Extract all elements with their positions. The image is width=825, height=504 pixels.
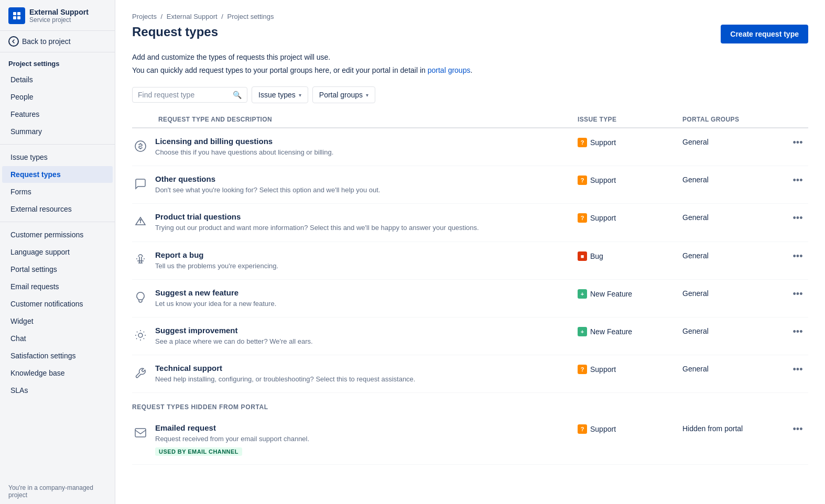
request-item-product-trial: Product trial questions Trying out our p… bbox=[132, 204, 808, 242]
page-description-2-prefix: You can quickly add request types to you… bbox=[132, 66, 428, 74]
emailed-request-desc: Request received from your email support… bbox=[155, 434, 309, 444]
request-type-col-other: Other questions Don't see what you're lo… bbox=[132, 174, 578, 195]
product-trial-desc: Trying out our product and want more inf… bbox=[155, 223, 479, 233]
breadcrumb-projects[interactable]: Projects bbox=[132, 13, 157, 20]
sidebar-item-summary[interactable]: Summary bbox=[2, 123, 113, 140]
svg-point-6 bbox=[138, 333, 143, 337]
used-by-badge: USED BY EMAIL CHANNEL bbox=[155, 447, 242, 456]
request-type-col-suggest-improvement: Suggest improvement See a place where we… bbox=[132, 326, 578, 346]
svg-point-5 bbox=[140, 220, 141, 221]
sidebar-item-people[interactable]: People bbox=[2, 89, 113, 105]
licensing-name: Licensing and billing questions bbox=[155, 137, 333, 146]
sidebar-item-forms[interactable]: Forms bbox=[2, 183, 113, 200]
issue-types-chevron-icon: ▾ bbox=[299, 92, 301, 98]
sidebar-item-customer-permissions[interactable]: Customer permissions bbox=[2, 226, 113, 243]
product-trial-name: Product trial questions bbox=[155, 212, 479, 221]
product-trial-more-button[interactable]: ••• bbox=[787, 212, 808, 224]
suggest-improvement-badge: + bbox=[578, 327, 587, 336]
toolbar: 🔍 Issue types ▾ Portal groups ▾ bbox=[132, 86, 808, 103]
emailed-request-more-button[interactable]: ••• bbox=[787, 423, 808, 435]
other-questions-more-button[interactable]: ••• bbox=[787, 174, 808, 186]
request-item-report-bug: Report a bug Tell us the problems you're… bbox=[132, 242, 808, 280]
technical-support-badge: ? bbox=[578, 365, 587, 374]
search-input[interactable] bbox=[138, 91, 231, 99]
suggest-feature-icon bbox=[132, 289, 149, 306]
sidebar-header: External Support Service project bbox=[0, 0, 115, 31]
sidebar-item-satisfaction-settings[interactable]: Satisfaction settings bbox=[2, 347, 113, 364]
report-bug-more-button[interactable]: ••• bbox=[787, 250, 808, 262]
report-bug-issue-label: Bug bbox=[590, 252, 603, 260]
sidebar-item-email-requests[interactable]: Email requests bbox=[2, 278, 113, 295]
suggest-feature-issue-label: New Feature bbox=[590, 290, 632, 298]
suggest-feature-name: Suggest a new feature bbox=[155, 288, 276, 297]
technical-support-issue-type: ? Support bbox=[578, 364, 682, 374]
portal-groups-chevron-icon: ▾ bbox=[366, 92, 368, 98]
sidebar-item-details[interactable]: Details bbox=[2, 71, 113, 88]
other-questions-badge: ? bbox=[578, 176, 587, 185]
sidebar-item-customer-notifications[interactable]: Customer notifications bbox=[2, 295, 113, 312]
request-type-col-report-bug: Report a bug Tell us the problems you're… bbox=[132, 250, 578, 271]
sidebar-divider-2 bbox=[0, 222, 115, 222]
sidebar-item-language-support[interactable]: Language support bbox=[2, 244, 113, 260]
sidebar-item-slas[interactable]: SLAs bbox=[2, 382, 113, 399]
page-description-2-suffix: . bbox=[470, 66, 472, 74]
sidebar-nav: Details People Features Summary Issue ty… bbox=[0, 71, 115, 399]
sidebar-item-request-types[interactable]: Request types bbox=[2, 166, 113, 183]
product-trial-issue-type: ? Support bbox=[578, 212, 682, 223]
request-type-col-suggest-feature: Suggest a new feature Let us know your i… bbox=[132, 288, 578, 309]
sidebar-item-widget[interactable]: Widget bbox=[2, 313, 113, 330]
request-type-col-licensing: Licensing and billing questions Choose t… bbox=[132, 137, 578, 157]
portal-groups-link[interactable]: portal groups bbox=[428, 66, 471, 74]
licensing-issue-type: ? Support bbox=[578, 137, 682, 147]
request-item-suggest-feature: Suggest a new feature Let us know your i… bbox=[132, 280, 808, 317]
back-to-project-button[interactable]: Back to project bbox=[0, 31, 115, 52]
page-title: Request types bbox=[132, 25, 218, 39]
create-request-type-button[interactable]: Create request type bbox=[721, 25, 808, 43]
other-questions-portal-group: General bbox=[682, 174, 787, 184]
suggest-improvement-portal-group: General bbox=[682, 326, 787, 335]
breadcrumb-sep-1: / bbox=[161, 13, 163, 20]
main-content: Projects / External Support / Project se… bbox=[115, 0, 825, 504]
licensing-icon bbox=[132, 138, 149, 155]
project-settings-section-title: Project settings bbox=[0, 52, 115, 71]
page-description-2: You can quickly add request types to you… bbox=[132, 65, 808, 76]
project-subtitle: Service project bbox=[29, 16, 89, 24]
suggest-feature-issue-type: + New Feature bbox=[578, 288, 682, 299]
emailed-request-icon bbox=[132, 424, 149, 441]
technical-support-icon bbox=[132, 365, 149, 381]
technical-support-more-button[interactable]: ••• bbox=[787, 364, 808, 375]
report-bug-name: Report a bug bbox=[155, 250, 278, 259]
hidden-section-label: Request types hidden from portal bbox=[132, 393, 808, 415]
page-header: Request types Create request type bbox=[132, 25, 808, 43]
request-type-col-emailed: Emailed request Request received from yo… bbox=[132, 423, 578, 455]
other-questions-desc: Don't see what you're looking for? Selec… bbox=[155, 185, 380, 195]
back-to-project-label: Back to project bbox=[22, 37, 71, 46]
svg-rect-0 bbox=[13, 12, 16, 15]
issue-types-dropdown[interactable]: Issue types ▾ bbox=[252, 86, 308, 103]
technical-support-issue-label: Support bbox=[590, 365, 616, 374]
sidebar-item-external-resources[interactable]: External resources bbox=[2, 201, 113, 217]
emailed-request-badge: ? bbox=[578, 424, 587, 434]
request-item-suggest-improvement: Suggest improvement See a place where we… bbox=[132, 317, 808, 355]
breadcrumb-external-support[interactable]: External Support bbox=[167, 13, 218, 20]
sidebar-item-knowledge-base[interactable]: Knowledge base bbox=[2, 365, 113, 381]
breadcrumb: Projects / External Support / Project se… bbox=[132, 13, 808, 20]
emailed-request-portal-group: Hidden from portal bbox=[682, 423, 787, 433]
suggest-improvement-more-button[interactable]: ••• bbox=[787, 326, 808, 337]
breadcrumb-project-settings[interactable]: Project settings bbox=[227, 13, 274, 20]
sidebar-item-portal-settings[interactable]: Portal settings bbox=[2, 261, 113, 278]
col-header-portal-groups: Portal groups bbox=[682, 116, 787, 123]
sidebar-item-issue-types[interactable]: Issue types bbox=[2, 149, 113, 166]
svg-rect-1 bbox=[17, 12, 20, 15]
suggest-improvement-issue-type: + New Feature bbox=[578, 326, 682, 336]
request-item-licensing: Licensing and billing questions Choose t… bbox=[132, 128, 808, 166]
suggest-improvement-issue-label: New Feature bbox=[590, 327, 632, 336]
technical-support-portal-group: General bbox=[682, 364, 787, 373]
report-bug-portal-group: General bbox=[682, 250, 787, 260]
product-trial-icon bbox=[132, 213, 149, 230]
sidebar-item-chat[interactable]: Chat bbox=[2, 330, 113, 347]
portal-groups-dropdown[interactable]: Portal groups ▾ bbox=[312, 86, 375, 103]
licensing-more-button[interactable]: ••• bbox=[787, 137, 808, 148]
suggest-feature-more-button[interactable]: ••• bbox=[787, 288, 808, 300]
sidebar-item-features[interactable]: Features bbox=[2, 106, 113, 123]
